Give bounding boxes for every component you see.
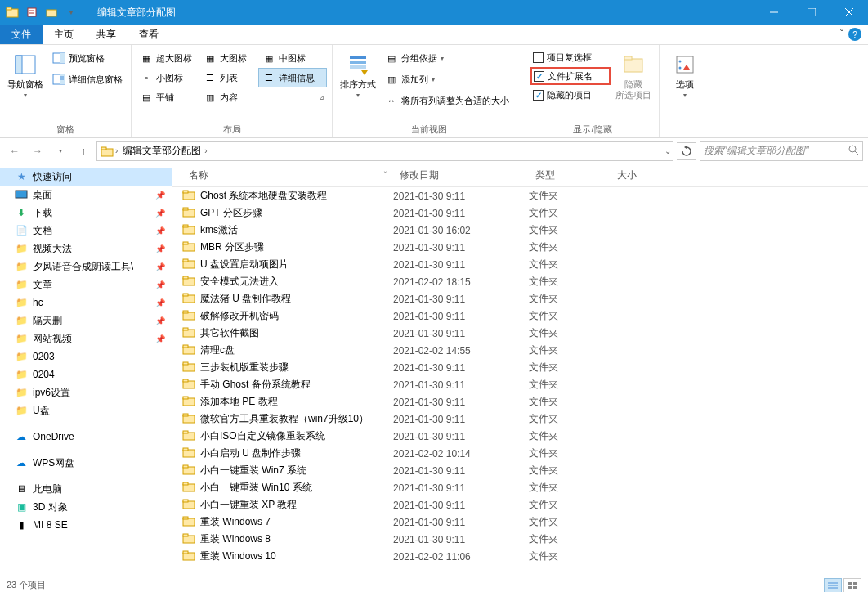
hidden-items-toggle[interactable]: 隐藏的项目: [531, 86, 610, 104]
ribbon-expand-icon[interactable]: ˇ: [840, 29, 843, 40]
breadcrumb-segment[interactable]: 编辑文章部分配图›: [118, 144, 212, 158]
file-modified: 2021-01-30 9:11: [393, 311, 529, 322]
autofit-button[interactable]: ↔将所有列调整为合适的大小: [382, 91, 521, 110]
item-checkboxes-toggle[interactable]: 项目复选框: [531, 48, 610, 66]
nav-desktop[interactable]: 桌面📌: [0, 186, 172, 204]
view-details-toggle[interactable]: [824, 578, 842, 593]
nav-gtshan[interactable]: 📁隔天删📌: [0, 312, 172, 330]
layout-large[interactable]: ▦大图标: [200, 48, 259, 68]
close-button[interactable]: [830, 0, 868, 25]
nav-hc[interactable]: 📁hc📌: [0, 294, 172, 312]
svg-rect-30: [16, 191, 27, 198]
list-item[interactable]: U 盘设置启动项图片2021-01-30 9:11文件夹: [172, 256, 868, 273]
nav-forward-button[interactable]: →: [28, 141, 47, 161]
nav-0204[interactable]: 📁0204: [0, 366, 172, 383]
qat-dropdown-icon[interactable]: ▼: [62, 3, 80, 21]
nav-recent-dropdown[interactable]: ▾: [51, 141, 70, 161]
nav-back-button[interactable]: ←: [5, 141, 25, 161]
sort-button[interactable]: 排序方式 ▾: [338, 48, 378, 122]
nav-wenzhang[interactable]: 📁文章📌: [0, 276, 172, 294]
list-item[interactable]: 小白一键重装 XP 教程2021-01-30 9:11文件夹: [172, 496, 868, 514]
list-item[interactable]: 小白一键重装 Win10 系统2021-01-30 9:11文件夹: [172, 479, 868, 496]
nav-up-button[interactable]: ↑: [74, 141, 93, 161]
cube-icon: ▣: [15, 500, 28, 514]
list-item[interactable]: 添加本地 PE 教程2021-01-30 9:11文件夹: [172, 393, 868, 410]
list-item[interactable]: kms激活2021-01-30 16:02文件夹: [172, 222, 868, 239]
nav-0203[interactable]: 📁0203: [0, 348, 172, 366]
file-name: 手动 Ghost 备份系统教程: [200, 378, 311, 392]
file-name: 重装 Windows 8: [200, 532, 271, 546]
list-item[interactable]: 重装 Windows 102021-02-02 11:06文件夹: [172, 548, 868, 565]
layout-content[interactable]: ▥内容: [200, 87, 259, 107]
nav-websitevid[interactable]: 📁网站视频📌: [0, 330, 172, 348]
file-extensions-toggle[interactable]: 文件扩展名: [530, 67, 611, 85]
nav-quickaccess[interactable]: ★快速访问: [0, 168, 172, 186]
list-item[interactable]: Ghost 系统本地硬盘安装教程2021-01-30 9:11文件夹: [172, 187, 868, 204]
refresh-button[interactable]: [677, 142, 696, 160]
options-button[interactable]: 选项 ▾: [664, 48, 705, 124]
nav-mi8se[interactable]: ▮MI 8 SE: [0, 516, 172, 534]
file-modified: 2021-01-30 9:11: [393, 242, 529, 253]
file-modified: 2021-01-30 9:11: [393, 534, 529, 545]
maximize-button[interactable]: [793, 0, 830, 25]
search-input[interactable]: 搜索"编辑文章部分配图": [700, 141, 863, 161]
preview-pane-button[interactable]: 预览窗格: [49, 48, 126, 68]
list-item[interactable]: 其它软件截图2021-01-30 9:11文件夹: [172, 325, 868, 342]
menu-view[interactable]: 查看: [128, 25, 170, 44]
col-modified[interactable]: 修改日期: [393, 168, 529, 182]
col-size[interactable]: 大小: [611, 168, 676, 182]
list-item[interactable]: 小白ISO自定义镜像重装系统2021-01-30 9:11文件夹: [172, 428, 868, 445]
hide-selected-button[interactable]: 隐藏 所选项目: [613, 48, 654, 122]
layout-xlarge[interactable]: ▦超大图标: [136, 48, 200, 68]
nav-ipv6[interactable]: 📁ipv6设置: [0, 383, 172, 401]
nav-downloads[interactable]: ⬇下载📌: [0, 204, 172, 222]
folder-icon: [182, 205, 195, 221]
list-item[interactable]: 安全模式无法进入2021-02-02 18:15文件夹: [172, 273, 868, 290]
layout-medium[interactable]: ▦中图标: [259, 48, 318, 68]
layout-list[interactable]: ☰列表: [200, 68, 259, 87]
nav-pane-button[interactable]: 导航窗格 ▾: [5, 48, 46, 122]
nav-3dobjects[interactable]: ▣3D 对象: [0, 498, 172, 516]
list-item[interactable]: 魔法猪 U 盘制作教程2021-01-30 9:11文件夹: [172, 290, 868, 307]
addcols-button[interactable]: ▥添加列 ▾: [382, 70, 521, 89]
folder-icon: [182, 325, 195, 341]
layout-small[interactable]: ▫小图标: [136, 68, 200, 87]
nav-video[interactable]: 📁视频大法📌: [0, 240, 172, 258]
menu-share[interactable]: 共享: [85, 25, 128, 44]
qat-properties-icon[interactable]: [23, 3, 41, 21]
layout-tile[interactable]: ▤平铺: [136, 87, 200, 107]
breadcrumb[interactable]: › 编辑文章部分配图› ⌄: [96, 141, 673, 161]
list-item[interactable]: 小白启动 U 盘制作步骤2021-02-02 10:14文件夹: [172, 445, 868, 462]
layout-more-icon[interactable]: ⊿: [319, 94, 324, 101]
col-type[interactable]: 类型: [529, 168, 611, 182]
nav-voice[interactable]: 📁夕风语音合成朗读工具\📌: [0, 258, 172, 276]
groupby-button[interactable]: ▤分组依据 ▾: [382, 48, 521, 68]
list-item[interactable]: GPT 分区步骤2021-01-30 9:11文件夹: [172, 204, 868, 222]
nav-wps[interactable]: ☁WPS网盘: [0, 454, 172, 472]
list-item[interactable]: 重装 Windows 72021-01-30 9:11文件夹: [172, 514, 868, 531]
nav-onedrive[interactable]: ☁OneDrive: [0, 428, 172, 446]
help-icon[interactable]: ?: [848, 28, 861, 41]
nav-udisk[interactable]: 📁U盘: [0, 401, 172, 419]
menu-file[interactable]: 文件: [0, 25, 43, 44]
list-item[interactable]: 重装 Windows 82021-01-30 9:11文件夹: [172, 531, 868, 548]
list-item[interactable]: MBR 分区步骤2021-01-30 9:11文件夹: [172, 239, 868, 256]
list-item[interactable]: 三步装机版重装步骤2021-01-30 9:11文件夹: [172, 359, 868, 376]
ribbon-group-showhide: 项目复选框 文件扩展名 隐藏的项目 隐藏 所选项目 显示/隐藏: [526, 45, 660, 137]
qat-newfolder-icon[interactable]: [43, 3, 60, 21]
col-name[interactable]: 名称ˇ: [182, 168, 393, 182]
layout-details[interactable]: ☰详细信息: [258, 68, 327, 87]
folder-icon: 📁: [15, 368, 28, 381]
nav-thispc[interactable]: 🖥此电脑: [0, 480, 172, 498]
list-item[interactable]: 微软官方工具重装教程（win7升级10）2021-01-30 9:11文件夹: [172, 410, 868, 428]
list-item[interactable]: 手动 Ghost 备份系统教程2021-01-30 9:11文件夹: [172, 376, 868, 393]
list-item[interactable]: 破解修改开机密码2021-01-30 9:11文件夹: [172, 307, 868, 325]
details-pane-button[interactable]: 详细信息窗格: [49, 70, 126, 89]
list-item[interactable]: 清理c盘2021-02-02 14:55文件夹: [172, 342, 868, 359]
list-item[interactable]: 小白一键重装 Win7 系统2021-01-30 9:11文件夹: [172, 462, 868, 479]
menu-home[interactable]: 主页: [43, 25, 85, 44]
view-icons-toggle[interactable]: [843, 578, 861, 593]
nav-documents[interactable]: 📄文档📌: [0, 222, 172, 240]
minimize-button[interactable]: [755, 0, 793, 25]
breadcrumb-dropdown-icon[interactable]: ⌄: [664, 146, 671, 155]
